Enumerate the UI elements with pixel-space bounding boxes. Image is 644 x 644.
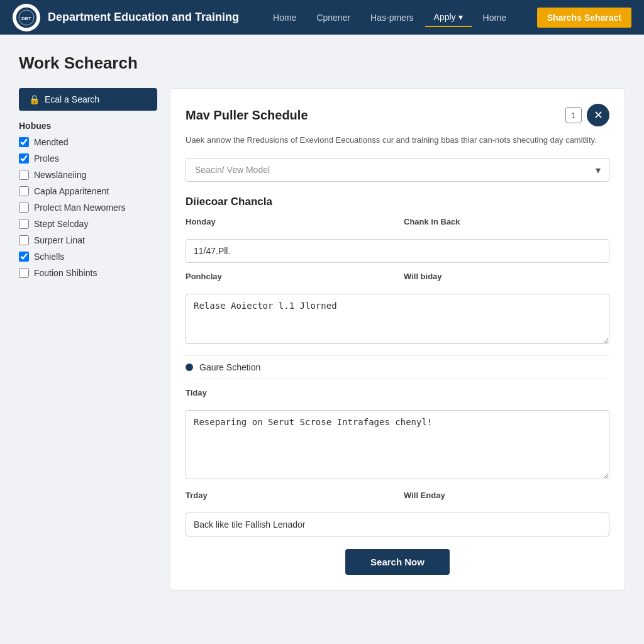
model-select[interactable]: Seacin/ Vew Model bbox=[186, 158, 609, 182]
header-search-button[interactable]: Sharchs Seharact bbox=[537, 8, 631, 28]
nav-home-2[interactable]: Home bbox=[474, 9, 515, 26]
will-biday-label: Will biday bbox=[404, 272, 609, 281]
sidebar-search-button[interactable]: 🔒 Ecal a Search bbox=[19, 88, 157, 111]
sidebar-item-surperr: Surperr Linat bbox=[19, 235, 157, 245]
form-row-trday: Trday Will Enday bbox=[186, 491, 609, 504]
close-button[interactable]: ✕ bbox=[587, 104, 609, 126]
sidebar-item-newsläneiing: Newsläneiing bbox=[19, 170, 157, 180]
page-title: Work Schearch bbox=[19, 53, 625, 73]
checkbox-capla[interactable] bbox=[19, 186, 29, 196]
form-col-checkin: Chank in Back bbox=[404, 217, 609, 230]
lock-icon: 🔒 bbox=[29, 94, 40, 104]
logo-icon: DET bbox=[13, 4, 40, 31]
sidebar-item-schiells: Schiells bbox=[19, 252, 157, 262]
checkbox-mendted[interactable] bbox=[19, 137, 29, 147]
ponhclay-textarea[interactable] bbox=[186, 294, 609, 344]
sidebar-item-capla: Capla Apparitenent bbox=[19, 186, 157, 196]
form-row-today-label: Tiday bbox=[186, 388, 609, 401]
form-col-today: Tiday bbox=[186, 388, 609, 401]
form-row-ponhclay: Ponhclay Will biday bbox=[186, 272, 609, 285]
search-now-button[interactable]: Search Now bbox=[345, 549, 450, 575]
ponhclay-label: Ponhclay bbox=[186, 272, 391, 281]
checkbox-surperr[interactable] bbox=[19, 235, 29, 245]
nav-cpnener[interactable]: Cpnener bbox=[308, 9, 359, 26]
sidebar-item-proles: Proles bbox=[19, 153, 157, 164]
form-row-monday: Honday Chank in Back bbox=[186, 217, 609, 230]
sidebar-item-foution: Foution Shibints bbox=[19, 268, 157, 278]
form-col-will-enday: Will Enday bbox=[404, 491, 609, 504]
sidebar: 🔒 Ecal a Search Hobues Mendted Proles Ne… bbox=[19, 88, 157, 284]
header-logo: DET Department Education and Training bbox=[13, 4, 239, 31]
checkbox-proles[interactable] bbox=[19, 153, 29, 164]
checkbox-stept[interactable] bbox=[19, 219, 29, 229]
nav-home-1[interactable]: Home bbox=[264, 9, 305, 26]
panel-header-actions: 1 ✕ bbox=[565, 104, 609, 126]
checkbox-schiells[interactable] bbox=[19, 252, 29, 262]
sidebar-section-title: Hobues bbox=[19, 121, 157, 131]
sidebar-item-prolect: Prolect Man Newomers bbox=[19, 203, 157, 213]
panel-title: Mav Puller Schedule bbox=[186, 108, 308, 123]
trday-label: Trday bbox=[186, 491, 391, 500]
svg-text:DET: DET bbox=[21, 16, 31, 21]
will-enday-label: Will Enday bbox=[404, 491, 609, 500]
panel-header: Mav Puller Schedule 1 ✕ bbox=[186, 104, 609, 126]
today-input-row bbox=[186, 410, 609, 482]
form-col-will-biday: Will biday bbox=[404, 272, 609, 285]
nav-apply[interactable]: Apply ▾ bbox=[425, 8, 472, 27]
header-title: Department Education and Training bbox=[48, 11, 239, 24]
section-title-diiecoar: Diiecoar Chancla bbox=[186, 196, 609, 208]
monday-label: Honday bbox=[186, 217, 391, 226]
page-content: Work Schearch 🔒 Ecal a Search Hobues Men… bbox=[0, 35, 644, 609]
status-text: Gaure Schetion bbox=[199, 362, 260, 372]
monday-input-row bbox=[186, 239, 609, 263]
status-row: Gaure Schetion bbox=[186, 355, 609, 379]
form-col-monday: Honday bbox=[186, 217, 391, 230]
checkin-label: Chank in Back bbox=[404, 217, 609, 226]
nav-has-pmers[interactable]: Has-pmers bbox=[362, 9, 422, 26]
main-layout: 🔒 Ecal a Search Hobues Mendted Proles Ne… bbox=[19, 88, 625, 591]
ponhclay-input-row bbox=[186, 294, 609, 347]
header: DET Department Education and Training Ho… bbox=[0, 0, 644, 35]
trday-input-row bbox=[186, 513, 609, 536]
sidebar-item-stept: Stept Selcday bbox=[19, 219, 157, 229]
trday-input[interactable] bbox=[186, 513, 609, 536]
form-col-ponhclay: Ponhclay bbox=[186, 272, 391, 285]
monday-input[interactable] bbox=[186, 239, 609, 263]
today-label: Tiday bbox=[186, 388, 609, 397]
header-nav: Home Cpnener Has-pmers Apply ▾ Home Shar… bbox=[264, 8, 631, 28]
main-panel: Mav Puller Schedule 1 ✕ Uaek annow the R… bbox=[170, 88, 625, 591]
panel-badge: 1 bbox=[565, 107, 582, 123]
checkbox-prolect[interactable] bbox=[19, 203, 29, 213]
today-textarea[interactable] bbox=[186, 410, 609, 479]
sidebar-item-mendted: Mendted bbox=[19, 137, 157, 147]
checkbox-newsläneiing[interactable] bbox=[19, 170, 29, 180]
status-dot-icon bbox=[186, 364, 193, 371]
form-col-trday: Trday bbox=[186, 491, 391, 504]
checkbox-foution[interactable] bbox=[19, 268, 29, 278]
panel-description: Uaek annow the Rredusions of Exeviond Ee… bbox=[186, 134, 609, 147]
model-select-wrapper: Seacin/ Vew Model ▾ bbox=[186, 158, 609, 182]
chevron-down-icon: ▾ bbox=[458, 12, 463, 22]
